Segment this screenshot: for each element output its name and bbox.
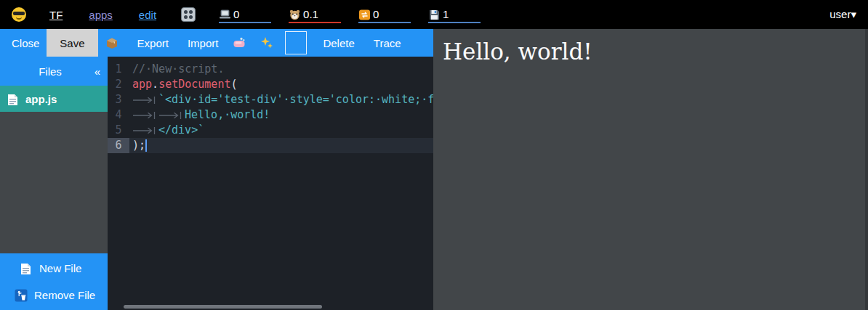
- files-sidebar: Files « app.js: [0, 57, 108, 310]
- tab-whitespace-icon: [132, 96, 158, 105]
- soap-icon: [233, 36, 246, 49]
- workspace: Files « app.js: [0, 57, 433, 310]
- package-button[interactable]: [98, 29, 126, 57]
- nav-link-apps[interactable]: apps: [89, 9, 113, 21]
- blank-button[interactable]: [285, 31, 307, 54]
- hamster-icon: [289, 9, 301, 20]
- panel-right-edge: [865, 29, 868, 310]
- code-lines: 1//·New·script.2app.setDocument(3`<div·i…: [108, 62, 433, 153]
- top-bar: TF apps edit 0 0.1 0: [0, 0, 868, 29]
- main-area: Close Save Export Import: [0, 29, 868, 310]
- collapse-sidebar-button[interactable]: «: [87, 65, 108, 78]
- code-token: Hello,·world!: [185, 107, 270, 123]
- nav-link-tf[interactable]: TF: [49, 9, 63, 21]
- code-line[interactable]: 2app.setDocument(: [108, 77, 433, 92]
- new-file-button[interactable]: New File: [0, 256, 108, 280]
- editor-pane: Close Save Export Import: [0, 29, 433, 310]
- sparkles-button[interactable]: [253, 29, 281, 57]
- smiling-face-sunglasses-icon[interactable]: [12, 7, 26, 22]
- code-line[interactable]: 3`<div·id='test-div'·style='color:·white…: [108, 92, 433, 107]
- export-button[interactable]: Export: [130, 29, 176, 57]
- line-number: 4: [108, 107, 129, 123]
- tab-whitespace-icon: [158, 111, 185, 120]
- line-number: 6: [108, 138, 129, 153]
- remove-file-label: Remove File: [34, 289, 95, 301]
- file-item-appjs[interactable]: app.js: [0, 86, 108, 112]
- code-line[interactable]: 5</div>`: [108, 123, 433, 138]
- code-line[interactable]: 6);: [108, 138, 433, 153]
- game-die-icon[interactable]: [181, 7, 196, 22]
- save-button[interactable]: Save: [47, 29, 97, 57]
- files-title: Files: [0, 65, 87, 78]
- new-file-icon: [20, 263, 33, 274]
- line-number: 1: [108, 62, 129, 77]
- soap-button[interactable]: [225, 29, 253, 57]
- new-file-label: New File: [39, 262, 81, 274]
- document-icon: [7, 94, 20, 105]
- repeat-icon: [358, 9, 371, 20]
- stat-hamster[interactable]: 0.1: [289, 6, 341, 23]
- tab-whitespace-icon: [132, 126, 158, 135]
- line-number: 3: [108, 92, 129, 107]
- stat-value: 0.1: [303, 8, 318, 20]
- file-name: app.js: [25, 93, 57, 105]
- rendered-document-panel: Hello, world!: [433, 29, 868, 310]
- code-line[interactable]: 4Hello,·world!: [108, 107, 433, 123]
- nav-link-edit[interactable]: edit: [139, 9, 156, 21]
- floppy-disk-icon: [428, 9, 441, 20]
- stat-saves[interactable]: 1: [428, 6, 481, 23]
- package-icon: [105, 36, 118, 49]
- stat-value: 0: [233, 8, 239, 20]
- code-token: </div>`: [158, 123, 204, 138]
- code-token: (: [230, 77, 237, 92]
- code-token: //·New·script.: [132, 62, 224, 77]
- code-editor[interactable]: 1//·New·script.2app.setDocument(3`<div·i…: [108, 57, 433, 310]
- import-button[interactable]: Import: [180, 29, 226, 57]
- laptop-icon: [219, 9, 231, 20]
- file-list-empty-area: [0, 112, 108, 253]
- line-number: 2: [108, 77, 129, 92]
- code-line[interactable]: 1//·New·script.: [108, 62, 433, 77]
- stats-group: 0 0.1 0 1: [219, 6, 481, 23]
- delete-button[interactable]: Delete: [316, 29, 361, 57]
- remove-file-icon: [15, 289, 28, 302]
- trace-button[interactable]: Trace: [366, 29, 409, 57]
- editor-toolbar: Close Save Export Import: [0, 29, 433, 57]
- stat-cpu[interactable]: 0: [219, 6, 271, 23]
- stat-repeat[interactable]: 0: [358, 6, 411, 23]
- app-root: TF apps edit 0 0.1 0: [0, 0, 868, 310]
- text-cursor: [145, 139, 147, 152]
- sparkles-icon: [260, 36, 273, 49]
- code-token: `<div·id='test-div'·style='color:·white;…: [158, 92, 433, 107]
- code-token: setDocument: [158, 77, 230, 92]
- rendered-hello-text: Hello, world!: [433, 29, 868, 65]
- code-token: .: [152, 77, 158, 92]
- code-token: app: [132, 77, 152, 92]
- user-menu[interactable]: user▾: [829, 8, 856, 21]
- stat-value: 0: [373, 8, 379, 20]
- horizontal-scrollbar[interactable]: [124, 305, 322, 309]
- file-actions-panel: New File Remove File: [0, 253, 108, 310]
- close-button[interactable]: Close: [4, 29, 47, 57]
- files-header: Files «: [0, 57, 108, 86]
- remove-file-button[interactable]: Remove File: [0, 283, 108, 308]
- line-number: 5: [108, 123, 129, 138]
- code-token: );: [132, 138, 145, 153]
- tab-whitespace-icon: [132, 111, 158, 120]
- stat-value: 1: [443, 8, 449, 20]
